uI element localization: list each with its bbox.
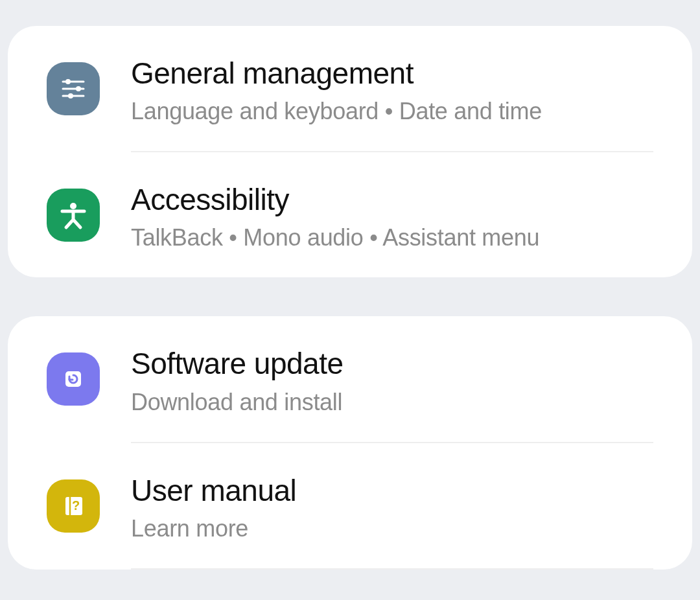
settings-item-title: User manual bbox=[131, 473, 653, 509]
svg-point-6 bbox=[70, 203, 76, 209]
settings-item-text: User manual Learn more bbox=[100, 472, 653, 542]
settings-item-title: General management bbox=[131, 56, 653, 91]
settings-item-accessibility[interactable]: Accessibility TalkBack • Mono audio • As… bbox=[8, 152, 692, 277]
settings-item-title: Software update bbox=[131, 346, 653, 382]
settings-item-subtitle: Learn more bbox=[131, 515, 653, 542]
svg-text:?: ? bbox=[72, 498, 80, 513]
settings-item-software-update[interactable]: Software update Download and install bbox=[8, 316, 692, 441]
settings-item-general-management[interactable]: General management Language and keyboard… bbox=[8, 26, 692, 151]
settings-item-subtitle: Language and keyboard • Date and time bbox=[131, 98, 653, 125]
settings-item-title: Accessibility bbox=[131, 182, 653, 218]
update-icon bbox=[47, 352, 100, 406]
svg-point-4 bbox=[76, 86, 81, 91]
svg-point-5 bbox=[68, 93, 73, 98]
settings-item-text: General management Language and keyboard… bbox=[100, 54, 653, 125]
svg-point-3 bbox=[65, 79, 71, 84]
settings-item-text: Software update Download and install bbox=[100, 345, 653, 415]
settings-item-subtitle: Download and install bbox=[131, 389, 653, 416]
book-help-icon: ? bbox=[47, 479, 100, 533]
settings-item-subtitle: TalkBack • Mono audio • Assistant menu bbox=[131, 224, 653, 251]
sliders-icon bbox=[47, 62, 100, 115]
settings-group-1: General management Language and keyboard… bbox=[8, 26, 692, 277]
accessibility-icon bbox=[47, 189, 100, 242]
settings-item-text: Accessibility TalkBack • Mono audio • As… bbox=[100, 181, 653, 251]
divider bbox=[131, 568, 653, 570]
settings-item-user-manual[interactable]: ? User manual Learn more bbox=[8, 443, 692, 568]
settings-group-2: Software update Download and install ? U… bbox=[8, 316, 692, 569]
